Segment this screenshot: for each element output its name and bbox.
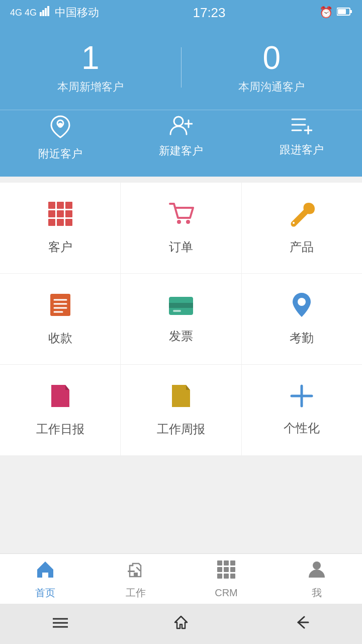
nav-item-work[interactable]: 工作 — [90, 554, 181, 604]
weekly-label: 工作周报 — [157, 421, 205, 437]
stats-section: 1 本周新增客户 0 本周沟通客户 — [0, 25, 362, 110]
invoice-card-icon — [168, 294, 194, 320]
svg-rect-22 — [65, 210, 72, 217]
carrier-name: 中国移动 — [55, 5, 99, 20]
quick-actions: 附近客户 新建客户 跟进客户 — [0, 110, 362, 177]
nav-item-me[interactable]: 我 — [272, 554, 362, 604]
status-bar: 4G 4G 中国移动 17:23 ⏰ — [0, 0, 362, 25]
customer-label: 客户 — [48, 239, 72, 255]
home-button[interactable] — [154, 610, 208, 638]
svg-rect-44 — [230, 560, 235, 566]
grid-item-order[interactable]: 订单 — [121, 183, 241, 273]
main-grid: 客户 订单 产品 — [0, 183, 362, 455]
grid-item-customize[interactable]: 个性化 — [242, 365, 362, 455]
svg-rect-34 — [169, 303, 193, 308]
grid-item-attendance[interactable]: 考勤 — [242, 274, 362, 364]
svg-rect-50 — [230, 574, 235, 579]
svg-rect-49 — [224, 574, 229, 579]
stat-contacted-label: 本周沟通客户 — [182, 79, 363, 95]
grid-item-customer[interactable]: 客户 — [0, 183, 121, 273]
svg-point-36 — [298, 298, 306, 306]
svg-rect-5 — [350, 10, 352, 13]
grid-row-2: 收款 发票 考勤 — [0, 274, 362, 365]
svg-rect-3 — [47, 6, 49, 16]
grid-item-weekly[interactable]: 工作周报 — [121, 365, 241, 455]
quick-action-new[interactable]: 新建客户 — [121, 115, 241, 162]
system-nav-bar — [0, 604, 362, 644]
grid-item-invoice[interactable]: 发票 — [121, 274, 241, 364]
quick-action-nearby[interactable]: 附近客户 — [0, 115, 121, 162]
home-icon — [35, 558, 55, 583]
svg-point-26 — [177, 220, 181, 224]
spacer — [0, 455, 362, 553]
svg-rect-21 — [57, 210, 64, 217]
stat-new-customers: 1 本周新增客户 — [0, 40, 181, 95]
svg-point-51 — [313, 561, 321, 570]
grid-item-daily[interactable]: 工作日报 — [0, 365, 121, 455]
svg-rect-24 — [57, 219, 64, 226]
grid-item-product[interactable]: 产品 — [242, 183, 362, 273]
svg-rect-35 — [173, 310, 181, 312]
location-pin-icon — [50, 115, 70, 141]
product-wrench-icon — [289, 201, 315, 231]
grid-item-collection[interactable]: 收款 — [0, 274, 121, 364]
daily-label: 工作日报 — [36, 421, 84, 437]
me-icon — [307, 558, 327, 583]
svg-rect-0 — [40, 12, 42, 16]
attendance-label: 考勤 — [290, 330, 314, 346]
nearby-label: 附近客户 — [38, 146, 82, 162]
svg-rect-17 — [48, 202, 55, 209]
svg-rect-46 — [224, 567, 229, 572]
status-right: ⏰ — [319, 6, 352, 19]
add-person-icon — [169, 115, 193, 138]
customize-plus-icon — [290, 384, 314, 412]
home-label: 首页 — [35, 586, 55, 600]
svg-rect-19 — [65, 202, 72, 209]
grid-row-1: 客户 订单 产品 — [0, 183, 362, 274]
list-add-icon — [291, 115, 312, 137]
signal-bars — [40, 6, 52, 19]
invoice-label: 发票 — [169, 328, 193, 344]
svg-rect-2 — [45, 8, 47, 16]
nav-item-crm[interactable]: CRM — [181, 554, 272, 604]
battery-icon — [337, 6, 352, 19]
alarm-icon: ⏰ — [319, 6, 333, 19]
svg-point-8 — [58, 123, 63, 128]
new-customer-label: 新建客户 — [159, 143, 203, 158]
svg-rect-25 — [65, 219, 72, 226]
stat-new-customers-value: 1 — [0, 40, 181, 75]
svg-rect-23 — [48, 219, 55, 226]
crm-icon — [216, 559, 236, 584]
order-label: 订单 — [169, 239, 193, 255]
stat-contacted-customers: 0 本周沟通客户 — [182, 40, 363, 95]
svg-rect-47 — [230, 567, 235, 572]
quick-action-follow[interactable]: 跟进客户 — [241, 115, 362, 162]
weekly-doc-icon — [170, 383, 192, 413]
svg-point-27 — [186, 220, 190, 224]
svg-rect-48 — [217, 574, 222, 579]
collection-receipt-icon — [47, 292, 73, 322]
svg-rect-41 — [134, 573, 138, 577]
stat-new-customers-label: 本周新增客户 — [0, 79, 181, 95]
me-label: 我 — [312, 586, 322, 600]
daily-doc-icon — [49, 383, 71, 413]
svg-rect-43 — [224, 560, 229, 566]
svg-rect-1 — [42, 10, 44, 16]
customer-icon — [47, 201, 73, 231]
menu-button[interactable] — [33, 610, 88, 637]
svg-point-9 — [174, 117, 183, 126]
status-time: 17:23 — [193, 5, 225, 21]
signal-icon: 4G 4G — [10, 8, 37, 18]
svg-rect-39 — [128, 571, 135, 572]
work-label: 工作 — [126, 586, 146, 600]
grid-row-3: 工作日报 工作周报 个性化 — [0, 365, 362, 455]
svg-rect-45 — [217, 567, 222, 572]
svg-rect-20 — [48, 210, 55, 217]
collection-label: 收款 — [48, 330, 72, 346]
crm-label: CRM — [215, 587, 238, 599]
svg-rect-42 — [217, 560, 222, 566]
nav-item-home[interactable]: 首页 — [0, 554, 90, 604]
back-button[interactable] — [274, 610, 329, 637]
product-label: 产品 — [290, 239, 314, 255]
customize-label: 个性化 — [284, 420, 320, 436]
